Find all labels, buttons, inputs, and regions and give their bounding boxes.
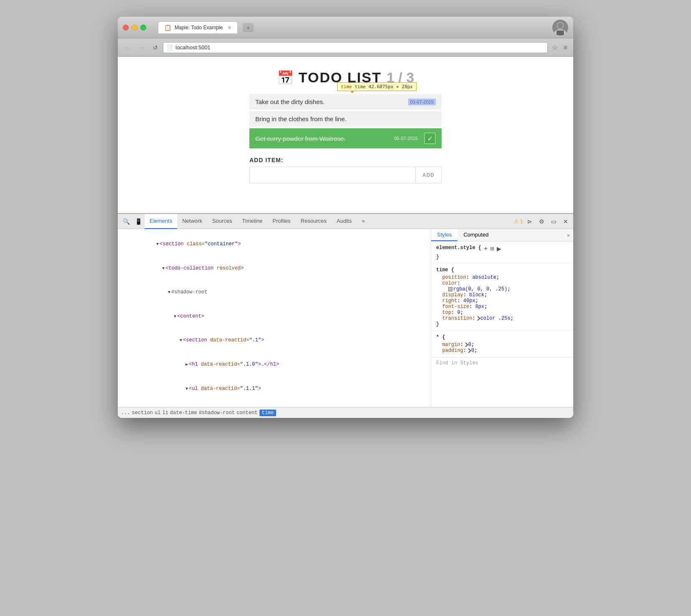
dom-line[interactable]: ▼<section class="container"> — [118, 232, 431, 257]
back-button[interactable]: ← — [122, 42, 134, 53]
menu-button[interactable]: ≡ — [562, 42, 569, 53]
styles-panel: Styles Computed » element.style { + ⊞ ▶ … — [431, 229, 573, 407]
page-content: 📅 TODO LIST 1 / 3 Take out the dirty dis… — [118, 57, 573, 213]
todo-list: Take out the dirty dishes. 03-07-2015 ti… — [249, 94, 442, 148]
breadcrumb-content[interactable]: content — [236, 410, 257, 416]
reload-button[interactable]: ↺ — [150, 43, 160, 53]
devtools-device-icon[interactable]: 📱 — [132, 216, 145, 227]
svg-point-2 — [557, 23, 563, 28]
find-in-styles[interactable]: Find in Styles — [431, 357, 573, 369]
todo-item-date: 03-07-2015 — [408, 99, 436, 105]
style-prop-margin: margin:0; — [436, 342, 568, 348]
todo-item-date: 05-07-2015 — [392, 135, 420, 142]
dom-breadcrumb: ... section ul li date-time #shadow-root… — [118, 407, 573, 418]
devtools-expand-icon[interactable]: ⊳ — [525, 216, 535, 227]
star-style-block: * { margin:0; padding:0; — [431, 331, 573, 357]
todo-header: 📅 TODO LIST 1 / 3 — [277, 69, 414, 86]
dom-line[interactable]: ▼<section data-reactid=".1"> — [118, 328, 431, 353]
breadcrumb-li[interactable]: li — [162, 410, 168, 416]
minimize-button[interactable] — [132, 25, 137, 31]
address-bar: ← → ↺ 📄 localhost:5001 ☆ ≡ — [118, 38, 573, 57]
dom-line[interactable]: ▼<li class data-reactid=".1.1.0"> — [118, 401, 431, 407]
dom-panel[interactable]: ▼<section class="container"> ▼<todo-coll… — [118, 229, 431, 407]
tab-network[interactable]: Network — [177, 214, 207, 229]
add-style-button[interactable]: + — [484, 245, 488, 252]
close-button[interactable] — [123, 25, 129, 31]
browser-window: 📋 Maple: Todo Example ✕ + ← → ↺ 📄 localh… — [118, 17, 573, 418]
add-class-button[interactable]: ⊞ — [490, 246, 494, 252]
styles-more[interactable]: » — [564, 230, 573, 241]
add-item-row: ADD — [249, 167, 442, 183]
warning-icon: ⚠ — [514, 218, 519, 224]
add-item-section: ADD ITEM: ADD — [249, 157, 442, 183]
breadcrumb-ellipsis[interactable]: ... — [121, 410, 130, 416]
url-text: localhost:5001 — [175, 44, 211, 51]
breadcrumb-section[interactable]: section — [132, 410, 153, 416]
todo-item-text: Get curry powder from Waitrose. — [255, 135, 392, 142]
add-item-label: ADD ITEM: — [249, 157, 442, 163]
style-prop-top: top: 0; — [436, 310, 568, 316]
todo-item: Get curry powder from Waitrose. 05-07-20… — [249, 128, 442, 148]
style-prop-position: position: absolute; — [436, 275, 568, 280]
tab-more[interactable]: » — [357, 214, 370, 229]
tab-elements[interactable]: Elements — [145, 214, 177, 229]
breadcrumb-ul[interactable]: ul — [155, 410, 160, 416]
breadcrumb-shadow-root[interactable]: #shadow-root — [199, 410, 235, 416]
devtools-settings-icon[interactable]: ⚙ — [536, 216, 547, 227]
add-item-input[interactable] — [250, 167, 415, 183]
bookmark-button[interactable]: ☆ — [550, 42, 559, 53]
todo-item-text: Take out the dirty dishes. — [255, 98, 408, 105]
dom-line[interactable]: ▼<todo-collection resolved> — [118, 257, 431, 281]
tab-close-icon[interactable]: ✕ — [228, 25, 231, 31]
new-tab-button[interactable]: + — [243, 23, 254, 32]
tab-timeline[interactable]: Timeline — [237, 214, 268, 229]
tab-styles[interactable]: Styles — [431, 229, 457, 241]
forward-button[interactable]: → — [136, 42, 148, 53]
style-prop-transition: transition:color .25s; — [436, 316, 568, 321]
tab-audits[interactable]: Audits — [332, 214, 357, 229]
style-prop-color: color: rgba(0, 0, 0, .25); — [436, 280, 568, 292]
url-document-icon: 📄 — [167, 45, 173, 51]
breadcrumb-date-time[interactable]: date-time — [170, 410, 197, 416]
star-selector: * { — [436, 334, 568, 340]
svg-rect-3 — [556, 31, 564, 36]
tab-favicon-icon: 📋 — [164, 24, 171, 31]
title-bar: 📋 Maple: Todo Example ✕ + — [118, 17, 573, 38]
styles-selector: element.style { — [436, 245, 481, 251]
warning-count: 1 — [520, 218, 523, 224]
dom-line[interactable]: ▶<h1 data-reactid=".1.0">…</h1> — [118, 353, 431, 377]
time-selector-close: } — [436, 321, 568, 327]
breadcrumb-time[interactable]: time — [259, 410, 277, 416]
devtools-search-icon[interactable]: 🔍 — [120, 216, 132, 227]
dom-line[interactable]: ▼<content> — [118, 305, 431, 329]
add-item-button[interactable]: ADD — [415, 167, 441, 183]
devtools-icons: ⚠ 1 ⊳ ⚙ ▭ ✕ — [514, 216, 571, 227]
dom-line[interactable]: ▼#shadow-root — [118, 280, 431, 305]
warning-badge[interactable]: ⚠ 1 — [514, 218, 523, 224]
url-bar[interactable]: 📄 localhost:5001 — [163, 42, 548, 53]
browser-tab[interactable]: 📋 Maple: Todo Example ✕ — [158, 21, 238, 33]
time-selector: time { — [436, 267, 568, 273]
page-title: TODO LIST — [299, 69, 382, 86]
todo-item: Take out the dirty dishes. 03-07-2015 ti… — [249, 94, 442, 109]
todo-item: Bring in the clothes from the line. — [249, 111, 442, 127]
play-animation-button[interactable]: ▶ — [497, 245, 501, 252]
style-prop-right: right: 40px; — [436, 298, 568, 304]
tab-title: Maple: Todo Example — [175, 25, 223, 31]
element-style-block: element.style { + ⊞ ▶ } — [431, 242, 573, 264]
devtools-close-icon[interactable]: ✕ — [561, 216, 571, 227]
browser-avatar — [552, 20, 568, 36]
devtools-tabs: 🔍 📱 Elements Network Sources Timeline Pr… — [118, 214, 573, 229]
tab-sources[interactable]: Sources — [207, 214, 237, 229]
tab-profiles[interactable]: Profiles — [267, 214, 295, 229]
todo-count: 1 / 3 — [386, 69, 414, 86]
maximize-button[interactable] — [140, 25, 146, 31]
tab-computed[interactable]: Computed — [457, 229, 494, 241]
dom-line[interactable]: ▼<ul data-reactid=".1.1"> — [118, 377, 431, 401]
tab-resources[interactable]: Resources — [296, 214, 332, 229]
element-style-close: } — [436, 254, 568, 260]
todo-check-button[interactable]: ✓ — [424, 132, 436, 144]
time-style-block: time { position: absolute; color: rgba(0… — [431, 264, 573, 331]
devtools-dock-icon[interactable]: ▭ — [549, 216, 559, 227]
devtools-main: ▼<section class="container"> ▼<todo-coll… — [118, 229, 573, 407]
